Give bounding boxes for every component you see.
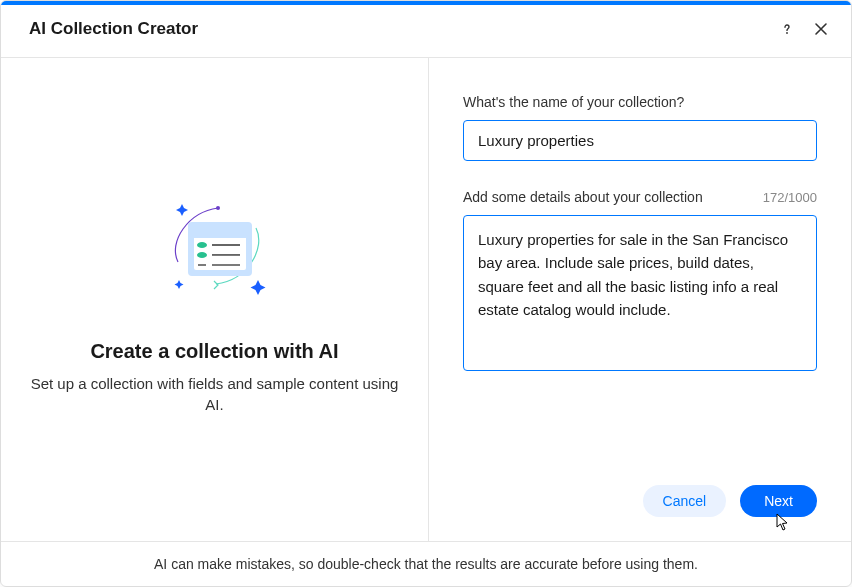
svg-point-1 <box>216 206 220 210</box>
modal-content: Create a collection with AI Set up a col… <box>1 58 851 541</box>
left-panel-subtitle: Set up a collection with fields and samp… <box>27 373 402 415</box>
details-form-group: Add some details about your collection 1… <box>463 189 817 375</box>
button-row: Cancel Next <box>463 485 817 517</box>
right-panel: What's the name of your collection? Add … <box>429 58 851 541</box>
svg-rect-4 <box>194 230 246 238</box>
ai-collection-illustration <box>150 184 280 318</box>
cancel-button[interactable]: Cancel <box>643 485 727 517</box>
left-panel-title: Create a collection with AI <box>90 340 338 363</box>
help-icon[interactable] <box>777 19 797 39</box>
name-label: What's the name of your collection? <box>463 94 684 110</box>
ai-collection-creator-modal: AI Collection Creator <box>0 0 852 587</box>
char-count: 172/1000 <box>763 190 817 205</box>
details-label: Add some details about your collection <box>463 189 703 205</box>
left-panel: Create a collection with AI Set up a col… <box>1 58 429 541</box>
modal-header: AI Collection Creator <box>1 5 851 58</box>
svg-point-0 <box>786 32 788 34</box>
modal-footer: AI can make mistakes, so double-check th… <box>1 541 851 586</box>
svg-point-5 <box>197 242 207 248</box>
collection-name-input[interactable] <box>463 120 817 161</box>
next-button[interactable]: Next <box>740 485 817 517</box>
svg-point-7 <box>197 252 207 258</box>
modal-title: AI Collection Creator <box>29 19 198 39</box>
name-form-group: What's the name of your collection? <box>463 94 817 161</box>
disclaimer-text: AI can make mistakes, so double-check th… <box>154 556 698 572</box>
header-actions <box>777 19 831 39</box>
collection-details-textarea[interactable] <box>463 215 817 371</box>
close-icon[interactable] <box>811 19 831 39</box>
